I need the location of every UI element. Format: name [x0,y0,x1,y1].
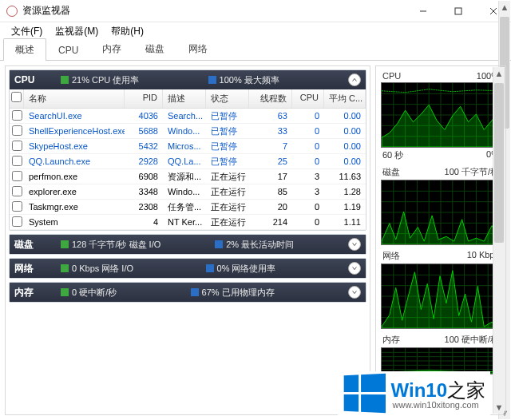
mini-graph-network: 网络10 Kbps [381,250,501,329]
panel-network: 网络 0 Kbps 网络 I/O 0% 网络使用率 [9,258,366,279]
mini-graph-cpu: CPU100% 60 秒0% [381,71,501,161]
table-row[interactable]: explorer.exe3348Windo...正在运行8531.28 [10,184,366,200]
col-avg[interactable]: 平均 C... [324,89,366,108]
table-row[interactable]: System4NT Ker...正在运行21401.11 [10,215,366,230]
tab-overview[interactable]: 概述 [3,38,46,61]
row-checkbox[interactable] [12,201,22,212]
chevron-down-icon[interactable] [348,238,361,251]
mini-graph-disk: 磁盘100 千字节/秒 [381,166,501,245]
col-threads[interactable]: 线程数 [249,89,292,108]
windows-logo-icon [343,374,385,414]
row-checkbox[interactable] [12,156,22,166]
panel-header-cpu[interactable]: CPU 21% CPU 使用率 100% 最大频率 [10,70,366,89]
tab-disk[interactable]: 磁盘 [133,38,176,60]
col-cpu[interactable]: CPU [292,89,324,108]
panel-label: CPU [14,74,53,85]
chevron-down-icon[interactable] [348,262,361,275]
table-row[interactable]: Taskmgr.exe2308任务管...正在运行2001.19 [10,200,366,215]
row-checkbox[interactable] [12,110,22,121]
tab-network[interactable]: 网络 [176,38,220,60]
panel-cpu: CPU 21% CPU 使用率 100% 最大频率 名称 PID 描述 状态 线… [9,69,366,231]
row-checkbox[interactable] [12,216,22,227]
right-pane: CPU100% 60 秒0% 磁盘100 千字节/秒 网络10 Kbps 内 [375,65,506,415]
col-pid[interactable]: PID [125,89,163,108]
row-checkbox[interactable] [12,125,22,136]
right-scrollbar[interactable]: ▲ ▼ [493,67,505,414]
app-icon [6,6,18,17]
chevron-down-icon[interactable] [348,286,361,299]
panel-memory: 内存 0 硬中断/秒 67% 已用物理内存 [9,282,366,303]
table-row[interactable]: SkypeHost.exe5432Micros...已暂停700.00 [10,139,366,154]
cpu-maxfreq-stat: 100% 最大频率 [208,74,279,86]
panel-header-network[interactable]: 网络 0 Kbps 网络 I/O 0% 网络使用率 [10,259,366,278]
mini-graph-memory: 内存100 硬中断/秒 [381,334,501,374]
titlebar: 资源监视器 [0,0,511,22]
table-row[interactable]: perfmon.exe6908资源和...正在运行17311.63 [10,169,366,184]
process-grid-header: 名称 PID 描述 状态 线程数 CPU 平均 C... [10,89,366,109]
table-row[interactable]: SearchUI.exe4036Search...已暂停6300.00 [10,109,366,124]
table-row[interactable]: QQ.Launch.exe2928QQ.La...已暂停2500.00 [10,154,366,169]
tab-memory[interactable]: 内存 [90,38,133,60]
left-pane: CPU 21% CPU 使用率 100% 最大频率 名称 PID 描述 状态 线… [5,65,370,415]
watermark-url: www.win10xitong.com [393,400,485,410]
row-checkbox[interactable] [12,171,22,181]
minimize-button[interactable] [406,0,441,22]
maximize-button[interactable] [441,0,476,22]
svg-marker-48 [382,271,500,328]
watermark-logo: Win10之家 www.win10xitong.com [338,371,490,415]
tab-cpu[interactable]: CPU [46,40,90,60]
tab-row: 概述 CPU 内存 磁盘 网络 [0,40,511,61]
col-desc[interactable]: 描述 [163,89,206,108]
col-status[interactable]: 状态 [206,89,249,108]
row-checkbox[interactable] [12,141,22,151]
menubar: 文件(F) 监视器(M) 帮助(H) [0,22,511,40]
svg-rect-1 [455,8,461,14]
panel-header-disk[interactable]: 磁盘 128 千字节/秒 磁盘 I/O 2% 最长活动时间 [10,235,366,254]
row-checkbox[interactable] [12,186,22,196]
panel-header-memory[interactable]: 内存 0 硬中断/秒 67% 已用物理内存 [10,283,366,302]
cpu-usage-stat: 21% CPU 使用率 [61,74,139,86]
table-row[interactable]: ShellExperienceHost.exe5688Windo...已暂停33… [10,124,366,139]
process-grid-body: SearchUI.exe4036Search...已暂停6300.00Shell… [10,109,366,230]
select-all-checkbox[interactable] [11,92,22,102]
menu-file[interactable]: 文件(F) [5,23,49,40]
chevron-up-icon[interactable] [348,73,361,86]
panel-disk: 磁盘 128 千字节/秒 磁盘 I/O 2% 最长活动时间 [9,234,366,255]
window-title: 资源监视器 [22,4,406,18]
col-name[interactable]: 名称 [24,89,125,108]
